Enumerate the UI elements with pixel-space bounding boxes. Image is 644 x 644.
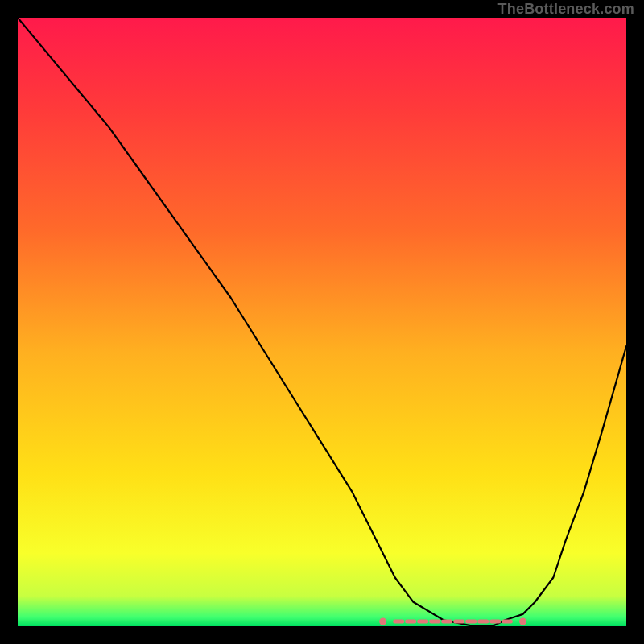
gradient-background (18, 18, 626, 626)
svg-point-1 (519, 617, 526, 625)
watermark-text: TheBottleneck.com (498, 2, 634, 16)
bottleneck-chart (18, 18, 626, 626)
chart-frame: TheBottleneck.com (0, 0, 644, 644)
svg-point-0 (379, 617, 386, 625)
plot-area (18, 18, 626, 626)
